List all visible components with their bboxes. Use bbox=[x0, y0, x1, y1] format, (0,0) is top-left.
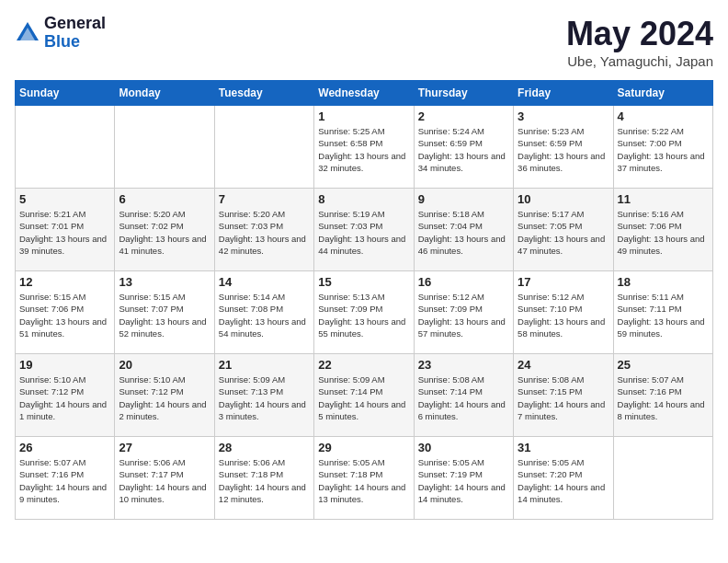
day-number: 1 bbox=[318, 109, 409, 123]
header-tuesday: Tuesday bbox=[214, 81, 313, 106]
day-info: Sunrise: 5:08 AMSunset: 7:15 PMDaylight:… bbox=[518, 373, 609, 422]
calendar-cell: 24Sunrise: 5:08 AMSunset: 7:15 PMDayligh… bbox=[514, 354, 613, 437]
day-number: 19 bbox=[19, 358, 110, 372]
day-number: 16 bbox=[418, 275, 509, 289]
calendar-cell: 15Sunrise: 5:13 AMSunset: 7:09 PMDayligh… bbox=[314, 271, 414, 354]
calendar-cell: 11Sunrise: 5:16 AMSunset: 7:06 PMDayligh… bbox=[613, 189, 712, 271]
calendar-cell: 17Sunrise: 5:12 AMSunset: 7:10 PMDayligh… bbox=[514, 271, 613, 354]
week-row: 5Sunrise: 5:21 AMSunset: 7:01 PMDaylight… bbox=[16, 189, 713, 271]
day-info: Sunrise: 5:10 AMSunset: 7:12 PMDaylight:… bbox=[19, 373, 110, 422]
day-number: 5 bbox=[19, 192, 110, 206]
day-number: 23 bbox=[418, 358, 509, 372]
day-number: 21 bbox=[219, 358, 310, 372]
calendar-cell: 6Sunrise: 5:20 AMSunset: 7:02 PMDaylight… bbox=[115, 189, 214, 271]
calendar-cell: 20Sunrise: 5:10 AMSunset: 7:12 PMDayligh… bbox=[115, 354, 214, 437]
day-info: Sunrise: 5:20 AMSunset: 7:03 PMDaylight:… bbox=[219, 208, 310, 257]
day-info: Sunrise: 5:14 AMSunset: 7:08 PMDaylight:… bbox=[219, 291, 310, 339]
day-info: Sunrise: 5:18 AMSunset: 7:04 PMDaylight:… bbox=[418, 208, 509, 257]
logo-general: General bbox=[44, 15, 106, 33]
day-number: 8 bbox=[318, 192, 409, 206]
day-number: 9 bbox=[418, 192, 509, 206]
logo-blue: Blue bbox=[44, 33, 106, 52]
day-number: 25 bbox=[618, 358, 709, 372]
day-info: Sunrise: 5:24 AMSunset: 6:59 PMDaylight:… bbox=[418, 125, 509, 174]
calendar-cell: 28Sunrise: 5:06 AMSunset: 7:18 PMDayligh… bbox=[214, 437, 313, 520]
day-number: 12 bbox=[19, 275, 110, 289]
day-number: 17 bbox=[518, 275, 609, 289]
day-info: Sunrise: 5:17 AMSunset: 7:05 PMDaylight:… bbox=[518, 208, 609, 257]
day-info: Sunrise: 5:20 AMSunset: 7:02 PMDaylight:… bbox=[119, 208, 210, 257]
day-number: 31 bbox=[518, 441, 609, 454]
day-info: Sunrise: 5:06 AMSunset: 7:18 PMDaylight:… bbox=[219, 456, 310, 505]
calendar-cell bbox=[115, 106, 214, 189]
calendar-cell: 22Sunrise: 5:09 AMSunset: 7:14 PMDayligh… bbox=[314, 354, 414, 437]
day-info: Sunrise: 5:07 AMSunset: 7:16 PMDaylight:… bbox=[618, 373, 709, 422]
week-row: 26Sunrise: 5:07 AMSunset: 7:16 PMDayligh… bbox=[16, 437, 713, 520]
day-info: Sunrise: 5:05 AMSunset: 7:20 PMDaylight:… bbox=[518, 456, 609, 505]
day-info: Sunrise: 5:11 AMSunset: 7:11 PMDaylight:… bbox=[618, 291, 709, 339]
day-info: Sunrise: 5:15 AMSunset: 7:07 PMDaylight:… bbox=[119, 291, 210, 339]
calendar-cell bbox=[214, 106, 313, 189]
day-info: Sunrise: 5:09 AMSunset: 7:13 PMDaylight:… bbox=[219, 373, 310, 422]
day-number: 13 bbox=[119, 275, 210, 289]
week-row: 19Sunrise: 5:10 AMSunset: 7:12 PMDayligh… bbox=[16, 354, 713, 437]
day-number: 29 bbox=[318, 441, 409, 454]
day-info: Sunrise: 5:25 AMSunset: 6:58 PMDaylight:… bbox=[318, 125, 409, 174]
title-area: May 2024 Ube, Yamaguchi, Japan bbox=[566, 15, 713, 69]
calendar-cell: 1Sunrise: 5:25 AMSunset: 6:58 PMDaylight… bbox=[314, 106, 414, 189]
day-info: Sunrise: 5:09 AMSunset: 7:14 PMDaylight:… bbox=[318, 373, 409, 422]
day-number: 4 bbox=[618, 109, 709, 123]
week-row: 1Sunrise: 5:25 AMSunset: 6:58 PMDaylight… bbox=[16, 106, 713, 189]
calendar-cell: 5Sunrise: 5:21 AMSunset: 7:01 PMDaylight… bbox=[16, 189, 115, 271]
day-info: Sunrise: 5:12 AMSunset: 7:10 PMDaylight:… bbox=[518, 291, 609, 339]
day-info: Sunrise: 5:22 AMSunset: 7:00 PMDaylight:… bbox=[618, 125, 709, 174]
calendar-cell: 16Sunrise: 5:12 AMSunset: 7:09 PMDayligh… bbox=[414, 271, 513, 354]
logo-text: General Blue bbox=[44, 15, 106, 52]
day-info: Sunrise: 5:16 AMSunset: 7:06 PMDaylight:… bbox=[618, 208, 709, 257]
calendar-cell bbox=[16, 106, 115, 189]
day-number: 27 bbox=[119, 441, 210, 454]
day-number: 2 bbox=[418, 109, 509, 123]
calendar-cell: 19Sunrise: 5:10 AMSunset: 7:12 PMDayligh… bbox=[16, 354, 115, 437]
day-info: Sunrise: 5:08 AMSunset: 7:14 PMDaylight:… bbox=[418, 373, 509, 422]
calendar-cell: 18Sunrise: 5:11 AMSunset: 7:11 PMDayligh… bbox=[613, 271, 712, 354]
header-friday: Friday bbox=[514, 81, 613, 106]
day-number: 24 bbox=[518, 358, 609, 372]
calendar-cell: 12Sunrise: 5:15 AMSunset: 7:06 PMDayligh… bbox=[16, 271, 115, 354]
month-title: May 2024 bbox=[566, 15, 713, 53]
header-wednesday: Wednesday bbox=[314, 81, 414, 106]
calendar-cell: 8Sunrise: 5:19 AMSunset: 7:03 PMDaylight… bbox=[314, 189, 414, 271]
calendar-cell bbox=[613, 437, 712, 520]
day-info: Sunrise: 5:23 AMSunset: 6:59 PMDaylight:… bbox=[518, 125, 609, 174]
day-info: Sunrise: 5:12 AMSunset: 7:09 PMDaylight:… bbox=[418, 291, 509, 339]
header-row: SundayMondayTuesdayWednesdayThursdayFrid… bbox=[16, 81, 713, 106]
day-number: 3 bbox=[518, 109, 609, 123]
calendar-cell: 30Sunrise: 5:05 AMSunset: 7:19 PMDayligh… bbox=[414, 437, 513, 520]
day-info: Sunrise: 5:05 AMSunset: 7:19 PMDaylight:… bbox=[418, 456, 509, 505]
day-number: 11 bbox=[618, 192, 709, 206]
day-number: 6 bbox=[119, 192, 210, 206]
calendar-cell: 3Sunrise: 5:23 AMSunset: 6:59 PMDaylight… bbox=[514, 106, 613, 189]
day-number: 28 bbox=[219, 441, 310, 454]
day-number: 22 bbox=[318, 358, 409, 372]
calendar-cell: 29Sunrise: 5:05 AMSunset: 7:18 PMDayligh… bbox=[314, 437, 414, 520]
day-number: 30 bbox=[418, 441, 509, 454]
day-info: Sunrise: 5:07 AMSunset: 7:16 PMDaylight:… bbox=[19, 456, 110, 505]
day-number: 15 bbox=[318, 275, 409, 289]
header-monday: Monday bbox=[115, 81, 214, 106]
calendar-cell: 23Sunrise: 5:08 AMSunset: 7:14 PMDayligh… bbox=[414, 354, 513, 437]
day-number: 7 bbox=[219, 192, 310, 206]
calendar-cell: 9Sunrise: 5:18 AMSunset: 7:04 PMDaylight… bbox=[414, 189, 513, 271]
calendar-cell: 7Sunrise: 5:20 AMSunset: 7:03 PMDaylight… bbox=[214, 189, 313, 271]
day-info: Sunrise: 5:06 AMSunset: 7:17 PMDaylight:… bbox=[119, 456, 210, 505]
day-number: 18 bbox=[618, 275, 709, 289]
page-header: General Blue May 2024 Ube, Yamaguchi, Ja… bbox=[15, 15, 713, 69]
calendar-cell: 4Sunrise: 5:22 AMSunset: 7:00 PMDaylight… bbox=[613, 106, 712, 189]
day-info: Sunrise: 5:13 AMSunset: 7:09 PMDaylight:… bbox=[318, 291, 409, 339]
day-info: Sunrise: 5:19 AMSunset: 7:03 PMDaylight:… bbox=[318, 208, 409, 257]
calendar-cell: 26Sunrise: 5:07 AMSunset: 7:16 PMDayligh… bbox=[16, 437, 115, 520]
day-info: Sunrise: 5:15 AMSunset: 7:06 PMDaylight:… bbox=[19, 291, 110, 339]
header-saturday: Saturday bbox=[613, 81, 712, 106]
week-row: 12Sunrise: 5:15 AMSunset: 7:06 PMDayligh… bbox=[16, 271, 713, 354]
calendar-cell: 13Sunrise: 5:15 AMSunset: 7:07 PMDayligh… bbox=[115, 271, 214, 354]
